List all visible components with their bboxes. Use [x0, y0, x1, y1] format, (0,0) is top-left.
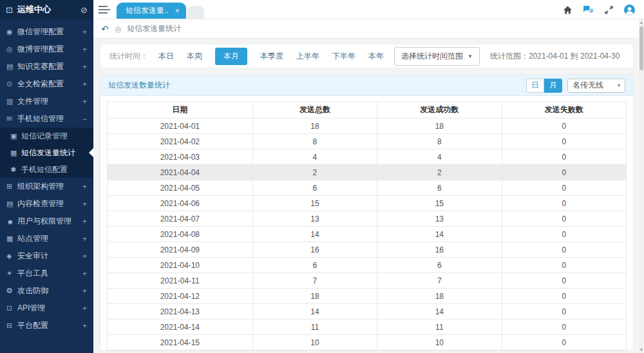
channel-select[interactable]: 名传无线 ▾: [567, 79, 625, 93]
back-arrow-icon[interactable]: ↶: [101, 24, 109, 34]
table-row[interactable]: 2021-04-1411110: [108, 320, 627, 335]
sidebar-item-2[interactable]: ▤知识竞赛配置+: [0, 58, 93, 75]
sidebar-item-13[interactable]: ⊡API管理+: [0, 300, 93, 317]
expand-indicator: +: [82, 321, 87, 330]
table-cell: 18: [252, 289, 377, 304]
table-row[interactable]: 2021-04-05660: [108, 180, 627, 196]
user-avatar-icon[interactable]: [624, 5, 635, 15]
table-cell: 2021-04-05: [108, 180, 253, 196]
sidebar-item-12[interactable]: ❂攻击防御+: [0, 282, 93, 300]
scrollbar-up-arrow[interactable]: ▲: [639, 19, 644, 26]
table-row[interactable]: 2021-04-1218180: [108, 289, 627, 304]
sidebar-item-label: 站点管理: [17, 233, 48, 244]
sidebar-item-3[interactable]: ⊙全文检索配置+: [0, 75, 93, 93]
scrollbar-down-arrow[interactable]: ▼: [639, 347, 644, 353]
sidebar-item-7[interactable]: ▤内容检查管理+: [0, 195, 93, 213]
sidebar-subitem-0[interactable]: ▣短信记录管理: [0, 128, 93, 144]
tab-sms-volume[interactable]: 短信发送量.. ×: [117, 3, 186, 19]
breadcrumb-label: 短信发送量统计: [127, 23, 181, 34]
sidebar-item-label: 全文检索配置: [17, 79, 64, 90]
sidebar-subitem-1[interactable]: ▦短信发送量统计: [0, 144, 93, 161]
table-cell: 14: [252, 304, 377, 320]
sidebar-item-label: 内容检查管理: [17, 198, 64, 209]
table-cell: 0: [502, 149, 626, 165]
table-row[interactable]: 2021-04-0615150: [108, 196, 627, 211]
filter-option-3[interactable]: 本季度: [260, 51, 283, 62]
sidebar-collapse-icon[interactable]: ⊘: [80, 5, 88, 15]
table-cell: 2021-04-06: [108, 196, 253, 211]
expand-indicator: +: [82, 182, 87, 191]
sidebar-item-5[interactable]: ✉手机短信管理−: [0, 110, 93, 128]
expand-indicator: +: [82, 304, 87, 313]
scrollbar-thumb[interactable]: [639, 26, 643, 70]
sidebar-subitem-2[interactable]: ✱手机短信配置: [0, 161, 93, 178]
wechat-icon: ◉: [6, 28, 17, 36]
table-cell: 0: [502, 227, 626, 242]
expand-indicator: +: [82, 269, 87, 278]
sidebar-item-11[interactable]: ✶平台工具+: [0, 265, 93, 282]
table-row[interactable]: 2021-04-11770: [108, 273, 627, 289]
table-row[interactable]: 2021-04-1510100: [108, 335, 627, 350]
sidebar-item-4[interactable]: ▥文件管理+: [0, 93, 93, 110]
sidebar-item-9[interactable]: ▦站点管理+: [0, 230, 93, 247]
sidebar-item-label: 手机短信管理: [17, 113, 64, 124]
expand-indicator: +: [82, 80, 87, 89]
filter-option-0[interactable]: 本日: [158, 51, 174, 62]
expand-indicator: +: [82, 97, 87, 106]
sidebar-item-8[interactable]: ☻用户与权限管理+: [0, 213, 93, 230]
sidebar-item-10[interactable]: ◈安全审计+: [0, 247, 93, 265]
expand-indicator: +: [82, 62, 87, 72]
expand-indicator: +: [82, 287, 87, 296]
table-row[interactable]: 2021-04-10660: [108, 258, 627, 273]
page-scrollbar[interactable]: ▲ ▼: [639, 19, 644, 353]
table-row[interactable]: 2021-04-04220: [108, 165, 627, 180]
table-cell: 18: [377, 119, 502, 134]
month-button[interactable]: 月: [544, 79, 562, 93]
sms-stats-table: 日期发送总数发送成功数发送失败数 2021-04-01181802021-04-…: [107, 101, 627, 350]
filter-option-1[interactable]: 本周: [187, 51, 202, 62]
table-cell: 0: [502, 242, 626, 258]
tab-label: 短信发送量..: [126, 5, 169, 16]
table-cell: 2021-04-04: [108, 165, 253, 180]
filter-option-2[interactable]: 本月: [215, 48, 247, 65]
table-row[interactable]: 2021-04-03440: [108, 149, 627, 165]
weibo-icon: ◎: [6, 45, 17, 53]
file-manage-icon: ▥: [6, 97, 17, 106]
sidebar-toggle-icon[interactable]: [99, 5, 110, 14]
fullscreen-icon[interactable]: [604, 5, 614, 15]
sms-config-icon: ✱: [10, 166, 21, 174]
api-manage-icon: ⊡: [6, 304, 17, 312]
table-cell: 2: [377, 165, 502, 180]
table-row[interactable]: 2021-04-0814140: [108, 227, 627, 242]
comments-icon[interactable]: [583, 5, 594, 15]
table-row[interactable]: 2021-04-0713130: [108, 211, 627, 227]
table-cell: 13: [377, 211, 502, 227]
home-icon[interactable]: [563, 5, 573, 15]
sidebar-item-label: 安全审计: [17, 251, 48, 262]
table-cell: 0: [502, 211, 626, 227]
org-structure-icon: ⊞: [6, 182, 17, 191]
table-cell: 13: [252, 211, 377, 227]
table-cell: 7: [252, 273, 377, 289]
table-cell: 10: [377, 335, 502, 350]
platform-tools-icon: ✶: [6, 269, 17, 278]
sidebar-item-14[interactable]: ⊟平台配置+: [0, 317, 93, 334]
table-row[interactable]: 2021-04-02880: [108, 134, 627, 149]
table-cell: 0: [502, 165, 626, 180]
table-row[interactable]: 2021-04-1314140: [108, 304, 627, 320]
breadcrumb: ↶ ◎ 短信发送量统计: [93, 19, 644, 39]
sidebar-item-1[interactable]: ◎微博管理配置+: [0, 41, 93, 58]
table-cell: 2021-04-10: [108, 258, 253, 273]
table-row[interactable]: 2021-04-0118180: [108, 119, 627, 134]
tab-close-icon[interactable]: ×: [175, 6, 180, 15]
table-row[interactable]: 2021-04-0916160: [108, 242, 627, 258]
filter-option-5[interactable]: 下半年: [332, 51, 355, 62]
day-button[interactable]: 日: [526, 79, 544, 93]
sms-manage-icon: ✉: [6, 115, 17, 123]
filter-option-6[interactable]: 本年: [368, 51, 384, 62]
sidebar-item-6[interactable]: ⊞组织架构管理+: [0, 178, 93, 195]
time-range-dropdown[interactable]: 选择统计时间范围 ▼: [394, 47, 480, 66]
filter-option-4[interactable]: 上半年: [296, 51, 319, 62]
table-cell: 15: [252, 196, 377, 211]
sidebar-item-0[interactable]: ◉微信管理配置+: [0, 23, 93, 41]
